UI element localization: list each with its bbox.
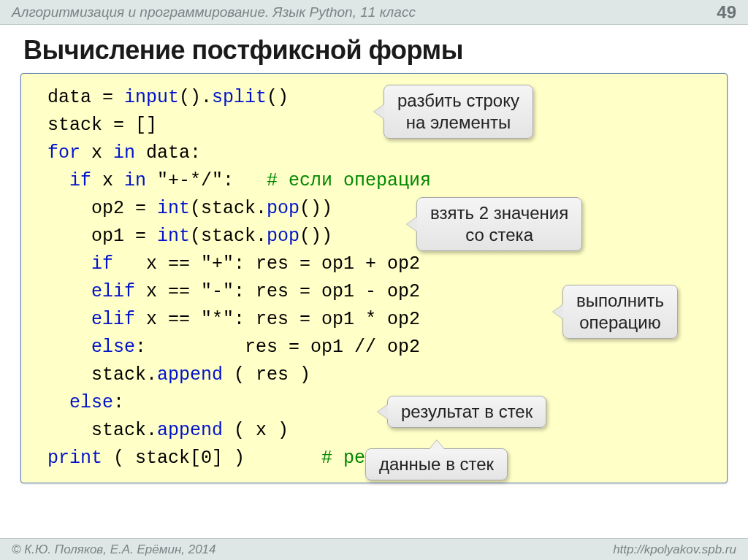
code-line-1: data = input().split() <box>47 87 289 108</box>
footer-url: http://kpolyakov.spb.ru <box>613 542 736 557</box>
code-line-11: stack.append ( res ) <box>47 364 310 386</box>
code-line-5: op2 = int(stack.pop()) <box>47 198 332 219</box>
callout-pop-values: взять 2 значения со стека <box>416 197 582 251</box>
code-line-4: if x in "+-*/": # если операция <box>47 170 431 191</box>
code-line-13: stack.append ( x ) <box>47 420 289 441</box>
code-line-12: else: <box>47 392 124 413</box>
code-line-6: op1 = int(stack.pop()) <box>47 226 332 247</box>
slide-title: Вычисление постфиксной формы <box>0 25 748 73</box>
header-bar: Алгоритмизация и программирование. Язык … <box>0 0 748 25</box>
code-line-8: elif x == "-": res = op1 - op2 <box>47 281 420 302</box>
code-line-2: stack = [] <box>47 115 157 136</box>
callout-do-operation: выполнить операцию <box>562 285 678 339</box>
callout-data-to-stack: данные в стек <box>365 448 508 480</box>
footer: © К.Ю. Поляков, Е.А. Ерёмин, 2014 http:/… <box>0 538 748 560</box>
footer-copyright: © К.Ю. Поляков, Е.А. Ерёмин, 2014 <box>12 542 216 557</box>
callout-split-string: разбить строку на элементы <box>383 85 533 139</box>
code-line-9: elif x == "*": res = op1 * op2 <box>47 309 420 330</box>
code-line-7: if x == "+": res = op1 + op2 <box>47 253 420 275</box>
code-line-10: else: res = op1 // op2 <box>47 337 420 358</box>
callout-result-to-stack: результат в стек <box>387 396 546 428</box>
code-line-3: for x in data: <box>47 142 201 164</box>
page-number: 49 <box>717 2 736 23</box>
header-title: Алгоритмизация и программирование. Язык … <box>12 4 416 20</box>
code-block: data = input().split() stack = [] for x … <box>20 73 728 483</box>
